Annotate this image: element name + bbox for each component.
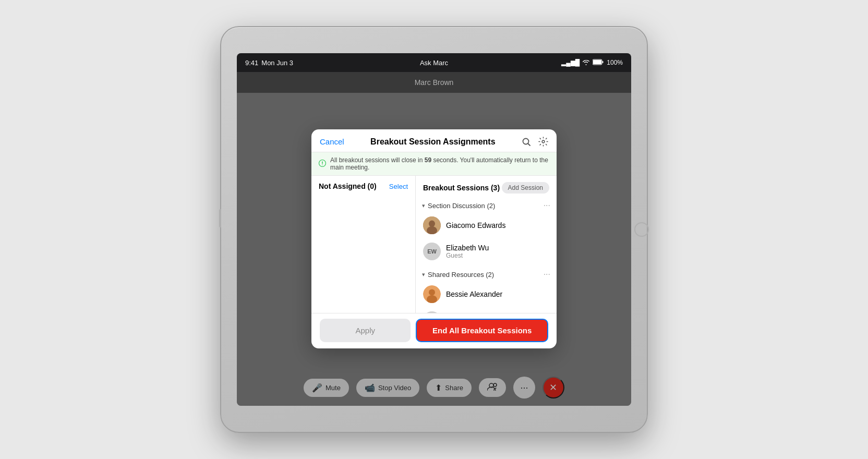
avatar [423, 285, 441, 303]
list-item: Giacomo Edwards [416, 212, 557, 238]
warning-banner: All breakout sessions will close in 59 s… [311, 152, 557, 176]
session-group-title-1: ▾ Section Discussion (2) [422, 202, 495, 210]
ipad-device: 9:41 Mon Jun 3 Ask Marc ▂▄▆█ [220, 26, 648, 433]
list-item: Bessie Alexander [416, 281, 557, 307]
chevron-down-icon: ▾ [422, 271, 425, 278]
status-time: 9:41 [245, 59, 258, 67]
status-bar: 9:41 Mon Jun 3 Ask Marc ▂▄▆█ [237, 53, 631, 72]
warning-text: All breakout sessions will close in 59 s… [330, 156, 549, 171]
not-assigned-title: Not Assigned (0) [319, 182, 377, 190]
session-group-header-2: ▾ Shared Resources (2) ··· [416, 267, 557, 281]
session-2-name: Shared Resources (2) [428, 271, 494, 279]
breakout-sessions-title: Breakout Sessions (3) [423, 184, 500, 192]
end-all-breakout-sessions-button[interactable]: End All Breakout Sessions [416, 319, 548, 342]
status-center-title: Ask Marc [420, 59, 448, 67]
session-group-header-1: ▾ Section Discussion (2) ··· [416, 198, 557, 212]
not-assigned-header: Not Assigned (0) Select [311, 182, 415, 195]
session-1-more-icon[interactable]: ··· [544, 201, 550, 210]
add-session-button[interactable]: Add Session [502, 182, 549, 194]
apply-button[interactable]: Apply [320, 319, 411, 342]
participant-name: Giacomo Edwards [446, 221, 505, 230]
cancel-button[interactable]: Cancel [320, 137, 344, 146]
warning-circle-icon [319, 160, 326, 168]
modal-footer: Apply End All Breakout Sessions [311, 313, 557, 348]
status-date: Mon Jun 3 [261, 59, 293, 67]
chevron-down-icon: ▾ [422, 202, 425, 209]
svg-point-7 [322, 164, 322, 165]
svg-rect-2 [602, 61, 604, 63]
breakout-sessions-panel: Breakout Sessions (3) Add Session ▾ Sect… [416, 176, 557, 313]
participant-info: Elizabeth Wu Guest [446, 244, 489, 259]
avatar [423, 216, 441, 234]
meeting-background: Marc Brown Cancel Breakout Session Assig… [237, 72, 631, 406]
participant-info: Giacomo Edwards [446, 221, 505, 230]
participant-name: Bessie Alexander [446, 290, 502, 298]
svg-point-3 [523, 138, 529, 144]
participant-name: Elizabeth Wu [446, 244, 489, 252]
not-assigned-panel: Not Assigned (0) Select [311, 176, 416, 313]
list-item: JS Judith Simons Guest [416, 307, 557, 313]
participant-role: Guest [446, 252, 489, 259]
battery-percent: 100% [607, 59, 623, 66]
modal-body: Not Assigned (0) Select Breakout Session… [311, 176, 557, 313]
svg-point-12 [429, 289, 435, 296]
session-group-section-discussion: ▾ Section Discussion (2) ··· [416, 198, 557, 264]
ipad-side-button [219, 209, 221, 227]
settings-icon-button[interactable] [538, 137, 548, 147]
search-icon-button[interactable] [522, 137, 531, 147]
modal-action-icons [522, 137, 548, 147]
svg-line-4 [528, 143, 531, 146]
svg-rect-1 [593, 60, 601, 64]
session-group-shared-resources: ▾ Shared Resources (2) ··· [416, 267, 557, 313]
select-button[interactable]: Select [389, 183, 408, 190]
status-bar-right: ▂▄▆█ 100% [561, 59, 623, 67]
modal-title: Breakout Session Assignments [370, 137, 495, 147]
session-group-title-2: ▾ Shared Resources (2) [422, 271, 494, 279]
participant-info: Bessie Alexander [446, 290, 502, 298]
ipad-screen: 9:41 Mon Jun 3 Ask Marc ▂▄▆█ [237, 53, 631, 406]
breakout-sessions-header: Breakout Sessions (3) Add Session [416, 180, 557, 198]
session-2-more-icon[interactable]: ··· [544, 270, 550, 279]
wifi-icon [582, 59, 590, 67]
avatar: EW [423, 243, 441, 260]
svg-point-9 [429, 221, 435, 227]
svg-point-5 [542, 140, 545, 143]
ipad-home-button[interactable] [634, 222, 649, 237]
signal-icon: ▂▄▆█ [561, 59, 580, 66]
status-bar-left: 9:41 Mon Jun 3 [245, 59, 293, 67]
battery-icon [593, 59, 604, 67]
modal-overlay: Cancel Breakout Session Assignments [237, 72, 631, 406]
list-item: EW Elizabeth Wu Guest [416, 238, 557, 264]
breakout-session-modal: Cancel Breakout Session Assignments [311, 129, 557, 348]
session-1-name: Section Discussion (2) [428, 202, 495, 210]
modal-header: Cancel Breakout Session Assignments [311, 129, 557, 152]
